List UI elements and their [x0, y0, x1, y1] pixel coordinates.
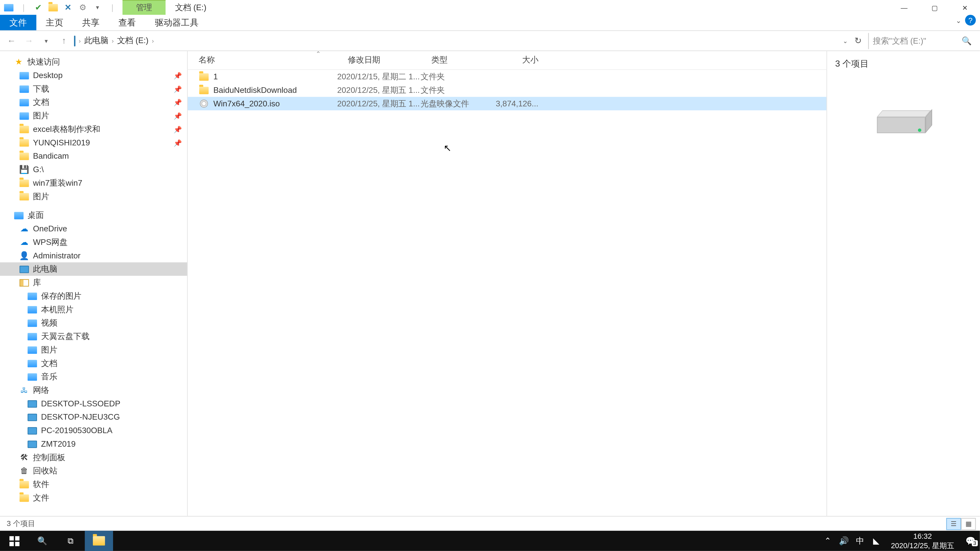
sidebar-item-thispc[interactable]: 此电脑 [0, 262, 187, 276]
sidebar-item-recycle[interactable]: 🗑回收站 [0, 464, 187, 478]
ribbon-tabs: 文件 主页 共享 查看 驱动器工具 ⌄ ? [0, 15, 980, 31]
sidebar-item-library[interactable]: 库 [0, 276, 187, 289]
clock-date: 2020/12/25, 星期五 [891, 541, 954, 550]
breadcrumb[interactable]: › 此电脑 › 文档 (E:) › [74, 35, 156, 46]
breadcrumb-seg-drive[interactable]: 文档 (E:) [117, 35, 148, 46]
search-button[interactable]: 🔍 [28, 531, 57, 551]
qat-folder-icon[interactable] [47, 1, 59, 13]
sidebar-item-software[interactable]: 软件 [0, 478, 187, 491]
sidebar-item-tianyi[interactable]: 天翼云盘下载 [0, 330, 187, 343]
sidebar-item-excel[interactable]: excel表格制作求和📌 [0, 122, 187, 136]
sidebar-item-win7[interactable]: win7重装win7 [0, 176, 187, 190]
sidebar-item-lib-music[interactable]: 音乐 [0, 370, 187, 383]
chevron-right-icon[interactable]: › [110, 37, 116, 44]
ime-indicator[interactable]: 中 [852, 535, 868, 547]
sidebar-item-onedrive[interactable]: ☁OneDrive [0, 222, 187, 235]
sidebar-item-lib-documents[interactable]: 文档 [0, 357, 187, 370]
search-input[interactable] [873, 36, 953, 45]
minimize-button[interactable]: — [889, 0, 919, 15]
sidebar-item-yunqishi[interactable]: YUNQISHI2019📌 [0, 136, 187, 149]
nav-back-button[interactable]: ← [4, 33, 19, 48]
tray-app-icon[interactable]: ◣ [868, 536, 884, 546]
sidebar-item-lib-pictures[interactable]: 图片 [0, 343, 187, 357]
refresh-button[interactable]: ↻ [851, 33, 865, 48]
folder-icon [19, 151, 30, 161]
sidebar-item-control-panel[interactable]: 🛠控制面板 [0, 451, 187, 464]
tray-overflow-button[interactable]: ⌃ [819, 536, 835, 546]
sidebar-item-label: 快速访问 [27, 56, 60, 68]
start-button[interactable] [0, 531, 28, 551]
column-header-size[interactable]: 大小 [488, 55, 542, 66]
volume-icon[interactable]: 🔊 [836, 536, 852, 546]
sidebar-item-saved-pics[interactable]: 保存的图片 [0, 289, 187, 303]
sidebar-item-documents[interactable]: 文档📌 [0, 95, 187, 109]
taskbar-clock[interactable]: 16:32 2020/12/25, 星期五 [884, 531, 961, 550]
file-row[interactable]: Win7x64_2020.iso 2020/12/25, 星期五 1... 光盘… [188, 97, 827, 110]
action-center-button[interactable]: 💬 3 [961, 536, 980, 546]
ribbon-tab-home[interactable]: 主页 [36, 15, 73, 30]
breadcrumb-root-icon[interactable] [74, 36, 75, 45]
search-box[interactable]: 🔍 [868, 33, 976, 49]
sidebar-item-net3[interactable]: PC-20190530OBLA [0, 424, 187, 437]
pin-icon: 📌 [173, 139, 182, 146]
sidebar-item-camera-roll[interactable]: 本机照片 [0, 303, 187, 316]
sidebar-quick-access[interactable]: ★快速访问 [0, 55, 187, 68]
folder-icon [19, 178, 30, 188]
nav-up-button[interactable]: ↑ [57, 33, 72, 48]
sidebar-item-downloads[interactable]: 下载📌 [0, 82, 187, 96]
sidebar-item-network[interactable]: 🖧网络 [0, 383, 187, 397]
address-dropdown-icon[interactable]: ⌄ [843, 37, 848, 44]
sidebar-item-gdrive[interactable]: 💾G:\ [0, 163, 187, 176]
sidebar-item-net1[interactable]: DESKTOP-LSSOEDP [0, 397, 187, 410]
nav-forward-button[interactable]: → [21, 33, 36, 48]
sidebar-item-pictures2[interactable]: 图片 [0, 190, 187, 203]
sidebar-item-admin[interactable]: 👤Administrator [0, 249, 187, 262]
ribbon-tab-drive-tools[interactable]: 驱动器工具 [145, 15, 208, 30]
search-icon[interactable]: 🔍 [962, 36, 972, 45]
thumbnails-view-button[interactable]: ▦ [961, 518, 976, 530]
chevron-right-icon[interactable]: › [150, 37, 156, 44]
sidebar-item-bandicam[interactable]: Bandicam [0, 149, 187, 163]
sidebar-item-videos[interactable]: 视频 [0, 316, 187, 330]
file-row[interactable]: 1 2020/12/15, 星期二 1... 文件夹 [188, 70, 827, 83]
title-bar: | ✔ ✕ ⚙ ▾ | 管理 文档 (E:) — ▢ ✕ [0, 0, 980, 15]
qat-check-icon[interactable]: ✔ [32, 1, 45, 13]
file-list[interactable]: 1 2020/12/15, 星期二 1... 文件夹 BaiduNetdiskD… [188, 70, 827, 516]
file-row[interactable]: BaiduNetdiskDownload 2020/12/25, 星期五 1..… [188, 83, 827, 97]
nav-recent-dropdown[interactable]: ▾ [39, 33, 54, 48]
task-view-button[interactable]: ⧉ [57, 531, 85, 551]
sidebar-desktop-root[interactable]: 桌面 [0, 208, 187, 222]
column-header-type[interactable]: 类型 [421, 55, 488, 66]
ribbon-tab-view[interactable]: 查看 [109, 15, 145, 30]
maximize-button[interactable]: ▢ [919, 0, 950, 15]
qat-gear-icon[interactable]: ⚙ [77, 1, 89, 13]
explorer-taskbar-button[interactable] [85, 531, 113, 551]
column-header-name[interactable]: 名称⌃ [188, 55, 337, 66]
control-panel-icon: 🛠 [19, 453, 30, 462]
ribbon-collapse-icon[interactable]: ⌄ [956, 17, 961, 24]
qat-dropdown-icon[interactable]: ▾ [92, 1, 103, 13]
chevron-right-icon[interactable]: › [77, 37, 83, 44]
taskbar: 🔍 ⧉ ⌃ 🔊 中 ◣ 16:32 2020/12/25, 星期五 💬 3 [0, 531, 980, 551]
sidebar-item-pictures[interactable]: 图片📌 [0, 109, 187, 122]
sidebar-item-label: 下载 [33, 83, 49, 95]
qat-close-icon[interactable]: ✕ [62, 1, 74, 13]
sidebar-item-wps[interactable]: ☁WPS网盘 [0, 235, 187, 249]
sidebar-item-net2[interactable]: DESKTOP-NJEU3CG [0, 410, 187, 424]
folder-icon [19, 124, 30, 134]
ribbon-tab-share[interactable]: 共享 [73, 15, 109, 30]
breadcrumb-seg-thispc[interactable]: 此电脑 [84, 35, 108, 46]
pin-icon: 📌 [173, 85, 182, 93]
navigation-pane[interactable]: ★快速访问 Desktop📌 下载📌 文档📌 图片📌 excel表格制作求和📌 … [0, 51, 188, 516]
sidebar-item-desktop[interactable]: Desktop📌 [0, 68, 187, 82]
help-icon[interactable]: ? [965, 15, 976, 25]
sidebar-item-net4[interactable]: ZMT2019 [0, 437, 187, 451]
file-type: 文件夹 [421, 71, 488, 83]
ribbon-tab-file[interactable]: 文件 [0, 15, 36, 30]
column-header-date[interactable]: 修改日期 [337, 55, 421, 66]
close-button[interactable]: ✕ [950, 0, 980, 15]
details-view-button[interactable]: ☰ [946, 518, 961, 530]
pin-icon: 📌 [173, 98, 182, 106]
sidebar-item-label: 文件 [33, 492, 49, 503]
sidebar-item-files[interactable]: 文件 [0, 491, 187, 505]
